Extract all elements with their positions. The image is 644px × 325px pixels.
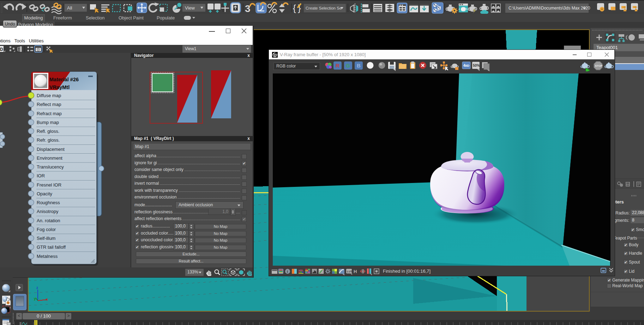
svg-text:Self-illum: Self-illum xyxy=(37,236,55,241)
svg-text:Fog color: Fog color xyxy=(37,227,56,232)
svg-text:C:\Users\ADMIN\Documents\3ds M: C:\Users\ADMIN\Documents\3ds Max 2020 xyxy=(508,6,590,11)
svg-text:3: 3 xyxy=(245,3,251,14)
svg-text:Translucency: Translucency xyxy=(37,164,64,170)
svg-text:i: i xyxy=(287,270,288,273)
svg-text:x: x xyxy=(46,297,48,301)
svg-text:z: z xyxy=(36,286,38,290)
svg-text:Anisotropy: Anisotropy xyxy=(37,209,59,214)
svg-text:G: G xyxy=(346,63,350,69)
svg-text:Material #26: Material #26 xyxy=(49,77,79,82)
svg-text:Environment: Environment xyxy=(37,155,62,161)
svg-text:{: { xyxy=(293,3,296,13)
svg-text:4IID: 4IID xyxy=(463,64,470,67)
svg-text:View: View xyxy=(185,5,195,11)
svg-text:Refr. gloss.: Refr. gloss. xyxy=(37,137,60,143)
svg-text:Metalness: Metalness xyxy=(37,254,58,259)
svg-text:LUT: LUT xyxy=(347,270,353,273)
svg-text:H: H xyxy=(354,269,357,274)
svg-text:y: y xyxy=(34,297,36,301)
svg-text:Roughness: Roughness xyxy=(37,200,60,205)
svg-text:Create Selection Se: Create Selection Se xyxy=(306,6,342,10)
svg-text:HSL: HSL xyxy=(299,269,304,272)
svg-text:50%: 50% xyxy=(473,64,480,67)
svg-text:GTR tail falloff: GTR tail falloff xyxy=(37,244,66,250)
svg-text:IOR: IOR xyxy=(37,173,45,178)
svg-text:Opacity: Opacity xyxy=(37,191,53,196)
svg-text:B: B xyxy=(357,63,361,69)
svg-text:All: All xyxy=(67,5,72,11)
svg-text:D: D xyxy=(0,47,3,52)
svg-text:Fresnel IOR: Fresnel IOR xyxy=(37,182,61,188)
svg-text:An. rotation: An. rotation xyxy=(37,218,60,223)
svg-text:Displacement: Displacement xyxy=(37,147,65,152)
svg-text:R: R xyxy=(336,63,339,69)
svg-text:STOP: STOP xyxy=(595,64,603,67)
svg-text:Bump map: Bump map xyxy=(37,120,59,125)
svg-text:Refl. gloss.: Refl. gloss. xyxy=(37,129,59,134)
svg-text:Reflect map: Reflect map xyxy=(37,102,61,107)
svg-text:Diffuse map: Diffuse map xyxy=(37,93,61,98)
svg-text:Refract map: Refract map xyxy=(37,111,62,116)
svg-text:VRayMtl: VRayMtl xyxy=(49,84,70,90)
